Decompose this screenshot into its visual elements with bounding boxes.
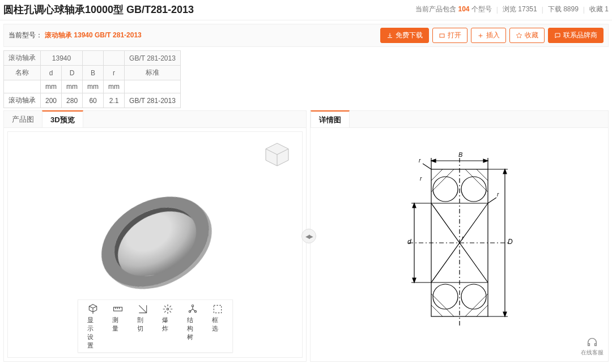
- ruler-icon: [112, 303, 124, 315]
- svg-marker-32: [503, 312, 507, 316]
- current-model-label: 当前型号：: [8, 31, 42, 40]
- viewer-toolbar: 显示设置 测量 剖切 爆炸 结构树: [78, 299, 233, 353]
- tab-detail-diagram[interactable]: 详情图: [311, 110, 350, 127]
- svg-point-15: [461, 284, 486, 309]
- svg-line-17: [431, 169, 454, 192]
- svg-line-20: [431, 305, 443, 316]
- params-table: 滚动轴承 13940 GB/T 281-2013 名称 d D B r 标准 m…: [3, 50, 181, 108]
- detail-diagram: D d B r r r r: [311, 128, 608, 358]
- chat-icon: [554, 32, 561, 39]
- svg-text:r: r: [419, 157, 421, 164]
- customer-service-button[interactable]: 在线客服: [581, 336, 604, 357]
- download-icon: [386, 32, 393, 39]
- svg-line-22: [477, 305, 488, 316]
- model-bar: 当前型号： 滚动轴承 13940 GB/T 281-2013 免费下载 打开 插…: [3, 24, 609, 47]
- table-row: 名称 d D B r 标准: [4, 66, 181, 80]
- page-title: 圆柱孔调心球轴承10000型 GB/T281-2013: [3, 3, 194, 16]
- tool-explode[interactable]: 爆炸: [162, 303, 173, 350]
- table-row: 滚动轴承 200 280 60 2.1 GB/T 281-2013: [4, 93, 181, 108]
- svg-marker-36: [413, 203, 416, 208]
- svg-text:r: r: [462, 235, 464, 241]
- tool-structure-tree[interactable]: 结构树: [187, 303, 198, 350]
- left-tabs: 产品图 3D预览: [4, 111, 306, 128]
- tool-display-settings[interactable]: 显示设置: [87, 303, 99, 350]
- view-cube[interactable]: [264, 141, 291, 168]
- open-icon: [439, 32, 445, 39]
- headset-icon: [586, 336, 598, 349]
- tab-3d-preview[interactable]: 3D预览: [42, 110, 83, 127]
- bearing-3d-render: [93, 179, 229, 315]
- svg-point-13: [461, 177, 486, 202]
- svg-text:r: r: [497, 191, 499, 198]
- panel-3d: 产品图 3D预览 显示设置: [3, 110, 307, 362]
- svg-line-43: [423, 164, 431, 169]
- tab-product-image[interactable]: 产品图: [4, 111, 42, 127]
- insert-icon: [477, 32, 484, 39]
- svg-text:r: r: [420, 175, 422, 182]
- svg-line-44: [488, 198, 496, 203]
- insert-button[interactable]: 插入: [471, 28, 506, 43]
- tool-box-select[interactable]: 框选: [212, 303, 223, 350]
- table-row: mm mm mm mm: [4, 80, 181, 93]
- svg-marker-41: [431, 159, 436, 162]
- svg-text:B: B: [458, 151, 462, 158]
- table-row: 滚动轴承 13940 GB/T 281-2013: [4, 51, 181, 66]
- favs-stat: 收藏 1: [589, 5, 609, 14]
- svg-line-19: [465, 169, 488, 192]
- svg-text:d: d: [407, 238, 411, 246]
- svg-marker-42: [483, 159, 488, 162]
- right-tabs: 详情图: [311, 111, 608, 128]
- svg-line-18: [477, 169, 488, 181]
- views-stat: 浏览 17351: [503, 5, 537, 14]
- current-model-name: 滚动轴承 13940 GB/T 281-2013: [45, 31, 142, 40]
- svg-rect-8: [214, 305, 221, 312]
- star-icon: [516, 32, 522, 39]
- box-select-icon: [212, 303, 223, 315]
- favorite-button[interactable]: 收藏: [509, 28, 545, 43]
- explode-icon: [162, 303, 173, 315]
- svg-line-16: [431, 169, 443, 181]
- page-header: 圆柱孔调心球轴承10000型 GB/T281-2013 当前产品包含 104 个…: [0, 0, 612, 20]
- download-button[interactable]: 免费下载: [380, 28, 429, 43]
- bearing-section-drawing: D d B r r r r: [392, 147, 528, 339]
- panels-row: 产品图 3D预览 显示设置: [0, 110, 612, 364]
- section-icon: [137, 303, 148, 315]
- cube-outline-icon: [87, 303, 99, 315]
- svg-rect-0: [440, 34, 444, 37]
- contains-label: 当前产品包含 104 个型号: [415, 5, 492, 14]
- header-stats: 当前产品包含 104 个型号 | 浏览 17351 | 下载 8899 | 收藏…: [415, 5, 609, 14]
- svg-point-4: [167, 308, 168, 310]
- svg-text:D: D: [508, 238, 513, 246]
- svg-point-5: [192, 305, 193, 307]
- svg-line-21: [431, 294, 454, 316]
- panel-divider-handle[interactable]: ◀ ▶: [301, 229, 316, 243]
- svg-point-12: [433, 177, 458, 202]
- downloads-stat: 下载 8899: [548, 5, 579, 14]
- contact-brand-button[interactable]: 联系品牌商: [548, 28, 604, 43]
- tool-section[interactable]: 剖切: [137, 303, 148, 350]
- svg-point-14: [433, 284, 458, 309]
- tree-icon: [187, 303, 198, 315]
- cube-icon: [264, 141, 291, 168]
- viewer-3d[interactable]: 显示设置 测量 剖切 爆炸 结构树: [7, 131, 303, 358]
- svg-line-23: [465, 294, 488, 316]
- panel-detail: ◀ ▶ 详情图: [310, 110, 609, 362]
- open-button[interactable]: 打开: [432, 28, 468, 43]
- tool-measure[interactable]: 测量: [112, 303, 124, 350]
- svg-marker-31: [503, 169, 507, 174]
- svg-rect-3: [113, 307, 122, 311]
- svg-marker-37: [413, 278, 416, 282]
